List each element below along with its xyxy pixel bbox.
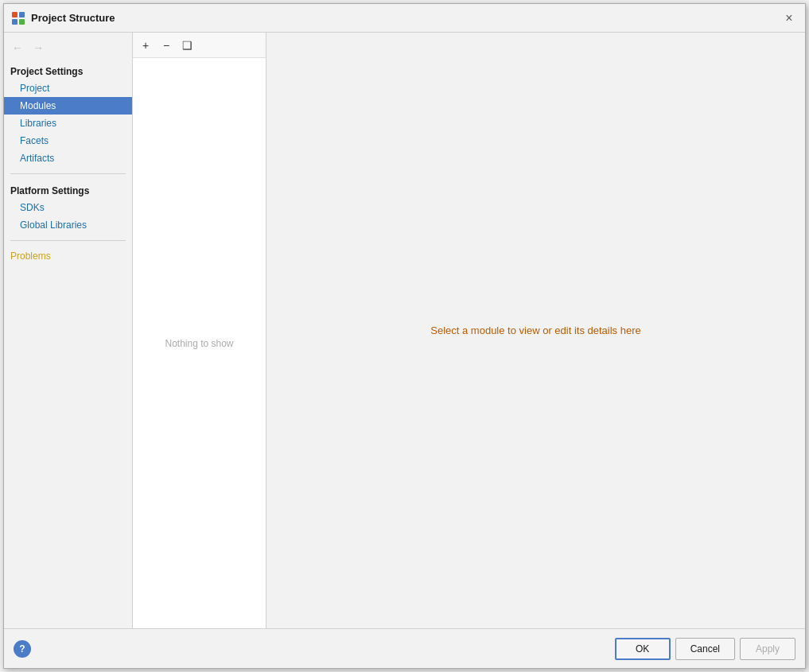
sidebar-item-artifacts[interactable]: Artifacts (4, 150, 132, 167)
project-structure-dialog: Project Structure × ← → Project Settings… (3, 3, 806, 669)
detail-hint-text: Select a module to view or edit its deta… (430, 324, 640, 336)
sidebar-divider (10, 173, 126, 174)
footer: ? OK Cancel Apply (4, 628, 805, 668)
close-button[interactable]: × (780, 9, 799, 28)
remove-module-button[interactable]: − (157, 36, 176, 55)
detail-panel: Select a module to view or edit its deta… (266, 33, 805, 628)
app-icon (10, 10, 26, 26)
sidebar-item-project[interactable]: Project (4, 80, 132, 97)
svg-rect-0 (12, 12, 18, 17)
sidebar-item-modules[interactable]: Modules (4, 97, 132, 115)
modules-panel: + − ❑ Nothing to show (133, 33, 266, 628)
platform-settings-header: Platform Settings (4, 181, 132, 199)
main-area: + − ❑ Nothing to show Select a module to… (133, 33, 805, 628)
sidebar-item-facets[interactable]: Facets (4, 132, 132, 150)
title-bar: Project Structure × (4, 4, 805, 33)
sidebar-item-problems[interactable]: Problems (4, 247, 132, 265)
sidebar-item-global-libraries[interactable]: Global Libraries (4, 216, 132, 234)
svg-rect-1 (19, 12, 25, 17)
content-area: ← → Project Settings Project Modules Lib… (4, 33, 805, 628)
sidebar-item-libraries[interactable]: Libraries (4, 115, 132, 132)
apply-button[interactable]: Apply (740, 638, 795, 660)
ok-button[interactable]: OK (615, 638, 671, 660)
project-settings-header: Project Settings (4, 61, 132, 80)
svg-rect-2 (12, 19, 18, 25)
help-button[interactable]: ? (14, 640, 31, 658)
back-button[interactable]: ← (9, 39, 26, 56)
sidebar-divider-2 (10, 240, 126, 241)
footer-left: ? (14, 640, 31, 658)
svg-rect-3 (19, 19, 25, 25)
modules-empty-text: Nothing to show (133, 58, 266, 628)
copy-module-button[interactable]: ❑ (177, 36, 196, 55)
forward-button[interactable]: → (29, 39, 47, 56)
modules-toolbar: + − ❑ (133, 33, 266, 58)
sidebar-item-sdks[interactable]: SDKs (4, 199, 132, 216)
cancel-button[interactable]: Cancel (675, 638, 735, 660)
sidebar: ← → Project Settings Project Modules Lib… (4, 33, 133, 628)
footer-right: OK Cancel Apply (615, 638, 795, 660)
add-module-button[interactable]: + (136, 36, 155, 55)
nav-controls: ← → (4, 36, 132, 61)
dialog-title: Project Structure (31, 12, 780, 24)
